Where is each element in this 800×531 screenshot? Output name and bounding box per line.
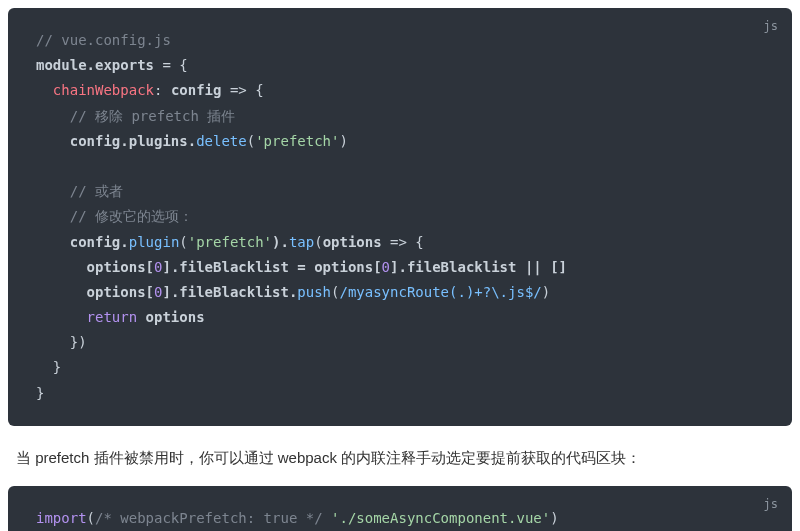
language-label: js [764,16,778,38]
code-block-2: js import(/* webpackPrefetch: true */ '.… [8,486,792,531]
language-label: js [764,494,778,516]
code-content-1: // vue.config.js module.exports = { chai… [36,28,764,406]
prose-paragraph: 当 prefetch 插件被禁用时，你可以通过 webpack 的内联注释手动选… [16,446,784,470]
code-content-2: import(/* webpackPrefetch: true */ './so… [36,506,764,531]
code-block-1: js // vue.config.js module.exports = { c… [8,8,792,426]
